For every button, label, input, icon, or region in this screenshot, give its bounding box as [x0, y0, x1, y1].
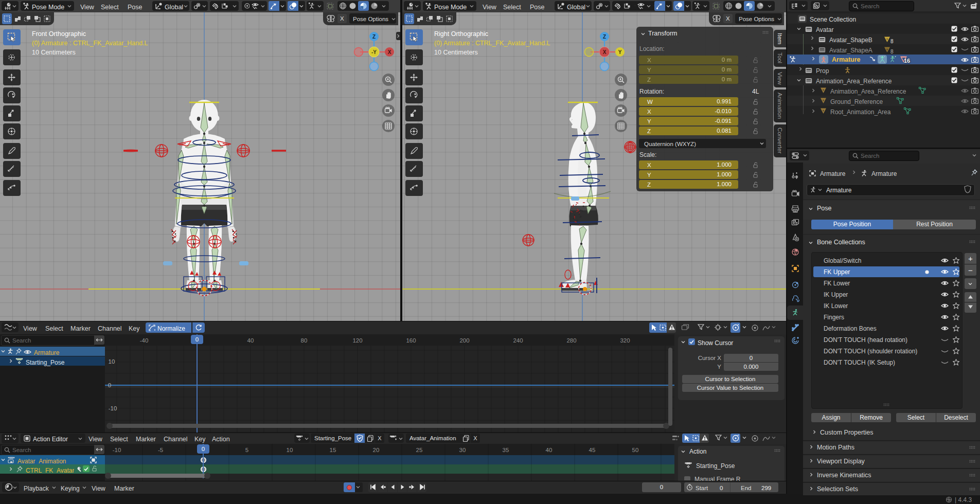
svg-text:-Y: -Y	[371, 49, 377, 55]
svg-text:X: X	[388, 49, 391, 55]
svg-text:Z: Z	[603, 34, 606, 40]
svg-text:Y: Y	[618, 49, 622, 55]
svg-text:Z: Z	[372, 34, 376, 40]
svg-text:X: X	[603, 49, 607, 55]
